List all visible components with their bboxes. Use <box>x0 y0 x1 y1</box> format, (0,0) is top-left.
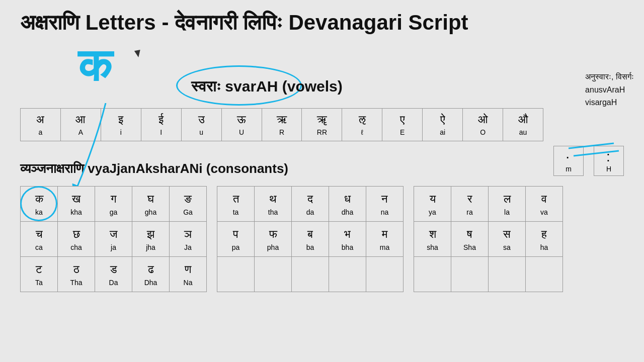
vowel-cell: ॠRR <box>302 109 342 141</box>
cons-cell <box>217 257 255 292</box>
cons-cell: फpha <box>255 222 292 257</box>
anusvara-line2: anusvAraH <box>585 83 634 97</box>
cons-cell: हha <box>526 222 563 257</box>
consonants-title: व्यञ्जनाक्षराणि vyaJjanAksharANi (conson… <box>20 161 288 176</box>
vowel-cell: ऊU <box>221 109 262 141</box>
cons-cell: गga <box>95 187 132 222</box>
cons-cell: रra <box>451 187 489 222</box>
anusvara-mark-dot: · m <box>553 146 584 176</box>
vowel-cell: आA <box>60 109 101 141</box>
cons-cell: लla <box>489 187 526 222</box>
cons-cell <box>489 257 526 292</box>
cons-cell: कka <box>21 187 58 222</box>
anusvara-line1: अनुस्वारः, विसर्गः <box>585 70 634 83</box>
cons-cell: ढDha <box>132 257 170 292</box>
vowel-table: अaआAइiईIउuऊUऋRॠRRऌℓएEऐaiओOऔau <box>20 108 543 141</box>
cons-cell <box>414 257 451 292</box>
cons-cell: डDa <box>95 257 132 292</box>
cons-cell: ठTha <box>58 257 95 292</box>
cons-cell: छcha <box>58 222 95 257</box>
cons-cell <box>255 257 292 292</box>
cons-cell: घgha <box>132 187 170 222</box>
cons-cell: थtha <box>255 187 292 222</box>
vowel-cell: अa <box>21 109 61 141</box>
cons-cell: यya <box>414 187 451 222</box>
vowel-cell: औau <box>503 109 543 141</box>
page-title: अक्षराणि Letters - देवनागरी लिपिः Devana… <box>20 10 624 35</box>
vowel-cell: ऐai <box>423 109 463 141</box>
cons-cell: धdha <box>329 187 366 222</box>
vowel-cell: एE <box>382 109 423 141</box>
cons-cell: तta <box>217 187 255 222</box>
cons-cell: पpa <box>217 222 255 257</box>
cons-cell: झjha <box>132 222 170 257</box>
page: अक्षराणि Letters - देवनागरी लिपिः Devana… <box>0 0 644 362</box>
cons-cell: जja <box>95 222 132 257</box>
cons-cell: नna <box>366 187 404 222</box>
cons-cell <box>292 257 329 292</box>
cons-cell: सsa <box>489 222 526 257</box>
anusvara-line3: visargaH <box>585 96 634 109</box>
cons-cell: चca <box>21 222 58 257</box>
cursor-icon <box>134 50 141 58</box>
consonant-table-2: तtaथthaदdaधdhaनnaपpaफphaबbaभbhaमma <box>217 186 404 292</box>
cons-cell: टTa <box>21 257 58 292</box>
ka-symbol-large: क <box>78 43 112 88</box>
cons-cell <box>526 257 563 292</box>
vowel-cell: ऋR <box>262 109 302 141</box>
cons-cell: ञJa <box>170 222 207 257</box>
cons-cell: दda <box>292 187 329 222</box>
vowels-label: स्वराः svarAH (vowels) <box>191 70 343 96</box>
cons-cell <box>329 257 366 292</box>
anusvara-section: अनुस्वारः, विसर्गः anusvAraH visargaH <box>585 70 634 109</box>
anusvara-mark-colon: : H <box>594 146 624 176</box>
cons-cell: ङGa <box>170 187 207 222</box>
cons-cell: खkha <box>58 187 95 222</box>
consonant-table-1: कkaखkhaगgaघghaङGaचcaछchaजjaझjhaञJaटTaठTh… <box>20 186 207 292</box>
consonant-tables-row: कkaखkhaगgaघghaङGaचcaछchaजjaझjhaञJaटTaठTh… <box>20 186 563 292</box>
cons-cell <box>366 257 404 292</box>
cons-cell: मma <box>366 222 404 257</box>
anusvara-marks: · m : H <box>553 146 624 176</box>
cons-cell: बba <box>292 222 329 257</box>
vowels-section: स्वराः svarAH (vowels) <box>191 70 343 96</box>
vowel-cell: ईI <box>141 109 181 141</box>
cons-cell <box>451 257 489 292</box>
cons-cell: षSha <box>451 222 489 257</box>
cons-cell: शsha <box>414 222 451 257</box>
vowel-cell: उu <box>181 109 221 141</box>
consonant-table-3: यyaरraलlaवvaशshaषShaसsaहha <box>414 186 563 292</box>
cons-cell: णNa <box>170 257 207 292</box>
vowel-cell: इi <box>101 109 141 141</box>
cons-cell: वva <box>526 187 563 222</box>
vowel-cell: ओO <box>463 109 503 141</box>
vowel-cell: ऌℓ <box>342 109 382 141</box>
cons-cell: भbha <box>329 222 366 257</box>
